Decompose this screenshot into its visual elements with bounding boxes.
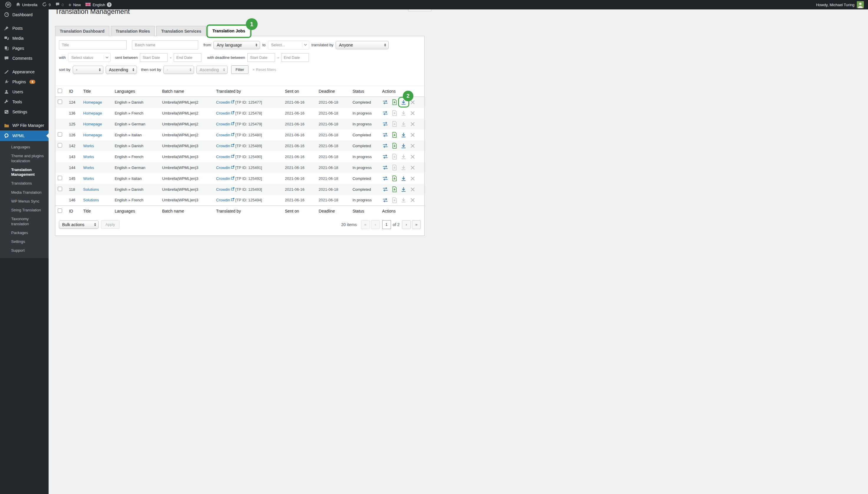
submenu-item-theme-and-plugins-localization[interactable]: Theme and plugins localization bbox=[0, 152, 49, 166]
sync-icon[interactable] bbox=[382, 186, 389, 192]
translation-service-link[interactable]: Crowdin bbox=[216, 144, 230, 148]
job-title-link[interactable]: Works bbox=[83, 155, 94, 159]
job-title-link[interactable]: Works bbox=[83, 144, 94, 148]
sync-icon[interactable] bbox=[382, 121, 389, 127]
download-icon[interactable] bbox=[400, 175, 407, 182]
sidebar-item-plugins[interactable]: Plugins4 bbox=[0, 77, 49, 87]
sidebar-item-tools[interactable]: Tools bbox=[0, 97, 49, 107]
sync-icon[interactable] bbox=[382, 164, 389, 171]
cancel-icon[interactable] bbox=[410, 121, 416, 127]
next-page-button[interactable]: › bbox=[402, 220, 411, 229]
export-file-icon[interactable] bbox=[391, 186, 398, 192]
apply-button[interactable]: Apply bbox=[101, 220, 119, 229]
site-name-menu[interactable]: Umbrella bbox=[14, 0, 40, 10]
submenu-item-packages[interactable]: Packages bbox=[0, 228, 49, 237]
cancel-icon[interactable] bbox=[410, 142, 416, 149]
new-content-menu[interactable]: + New bbox=[66, 0, 83, 10]
job-title-link[interactable]: Works bbox=[83, 176, 94, 181]
help-question-icon[interactable]: ? bbox=[107, 2, 112, 7]
translation-service-link[interactable]: Crowdin bbox=[216, 166, 230, 170]
submenu-item-taxonomy-translation[interactable]: Taxonomy translation bbox=[0, 215, 49, 228]
translation-service-link[interactable]: Crowdin bbox=[216, 122, 230, 126]
submenu-item-settings[interactable]: Settings bbox=[0, 237, 49, 246]
row-checkbox[interactable] bbox=[58, 187, 62, 191]
deadline-start-date-input[interactable] bbox=[247, 53, 275, 62]
from-language-select[interactable]: Any language bbox=[213, 41, 260, 49]
comments-menu[interactable]: 0 bbox=[53, 0, 66, 10]
job-title-link[interactable]: Works bbox=[83, 166, 94, 170]
submenu-item-translation-management[interactable]: Translation Management bbox=[0, 166, 49, 179]
sync-icon[interactable] bbox=[382, 110, 389, 116]
translation-service-link[interactable]: Crowdin bbox=[216, 111, 230, 115]
job-title-link[interactable]: Homepage bbox=[83, 122, 102, 126]
job-title-link[interactable]: Homepage bbox=[83, 111, 102, 115]
submenu-item-media-translation[interactable]: Media Translation bbox=[0, 188, 49, 197]
last-page-button[interactable]: » bbox=[412, 220, 421, 229]
sidebar-item-dashboard[interactable]: Dashboard bbox=[0, 10, 49, 20]
filter-button[interactable]: Filter bbox=[231, 65, 248, 74]
sidebar-item-media[interactable]: Media bbox=[0, 33, 49, 43]
translation-service-link[interactable]: Crowdin bbox=[216, 100, 230, 104]
tab-translation-services[interactable]: Translation Services bbox=[156, 26, 206, 36]
job-title-link[interactable]: Homepage bbox=[83, 133, 102, 137]
translation-service-link[interactable]: Crowdin bbox=[216, 198, 230, 202]
sent-end-date-input[interactable] bbox=[174, 53, 202, 62]
status-select[interactable]: Select status bbox=[68, 53, 111, 62]
submenu-item-support[interactable]: Support bbox=[0, 246, 49, 247]
sidebar-item-settings[interactable]: Settings bbox=[0, 107, 49, 117]
translation-service-link[interactable]: Crowdin bbox=[216, 155, 230, 159]
submenu-item-string-translation[interactable]: String Translation bbox=[0, 206, 49, 215]
tab-translation-jobs[interactable]: Translation Jobs1 bbox=[208, 25, 250, 36]
row-checkbox[interactable] bbox=[58, 99, 62, 104]
row-checkbox[interactable] bbox=[58, 176, 62, 180]
cancel-icon[interactable] bbox=[410, 153, 416, 160]
current-page-input[interactable] bbox=[382, 220, 391, 229]
sync-icon[interactable] bbox=[382, 99, 389, 106]
cancel-icon[interactable] bbox=[410, 197, 416, 204]
translation-service-link[interactable]: Crowdin bbox=[216, 187, 230, 192]
submenu-item-translations[interactable]: Translations bbox=[0, 179, 49, 188]
download-icon[interactable] bbox=[400, 142, 407, 149]
sidebar-item-wp-file-manager[interactable]: WP File Manager bbox=[0, 120, 49, 130]
cancel-icon[interactable] bbox=[410, 164, 416, 171]
sidebar-item-wpml[interactable]: WPML bbox=[0, 130, 49, 141]
sidebar-item-appearance[interactable]: Appearance bbox=[0, 67, 49, 77]
sidebar-item-posts[interactable]: Posts bbox=[0, 23, 49, 33]
submenu-item-wp-menus-sync[interactable]: WP Menus Sync bbox=[0, 197, 49, 206]
sync-icon[interactable] bbox=[382, 142, 389, 149]
translation-service-link[interactable]: Crowdin bbox=[216, 176, 230, 181]
tab-translation-dashboard[interactable]: Translation Dashboard bbox=[55, 26, 109, 36]
sort-order-select[interactable]: Ascending bbox=[106, 65, 137, 74]
cancel-icon[interactable] bbox=[410, 132, 416, 138]
download-icon[interactable] bbox=[400, 186, 407, 192]
download-icon[interactable] bbox=[400, 132, 407, 138]
sync-icon[interactable] bbox=[382, 132, 389, 138]
row-checkbox[interactable] bbox=[58, 132, 62, 137]
sent-start-date-input[interactable] bbox=[140, 53, 168, 62]
job-title-link[interactable]: Solutions bbox=[83, 198, 99, 202]
deadline-end-date-input[interactable] bbox=[281, 53, 309, 62]
language-switcher-menu[interactable]: English ? bbox=[83, 0, 114, 10]
wordpress-logo-menu[interactable]: W bbox=[3, 0, 14, 10]
export-file-icon[interactable] bbox=[391, 99, 398, 106]
submenu-item-languages[interactable]: Languages bbox=[0, 143, 49, 152]
batch-name-filter-input[interactable] bbox=[132, 40, 198, 50]
reset-filters-link[interactable]: × Reset filters bbox=[252, 68, 276, 72]
translation-service-link[interactable]: Crowdin bbox=[216, 133, 230, 137]
cancel-icon[interactable] bbox=[410, 99, 416, 106]
sync-icon[interactable] bbox=[382, 197, 389, 204]
sidebar-item-comments[interactable]: Comments bbox=[0, 53, 49, 63]
sync-icon[interactable] bbox=[382, 175, 389, 182]
select-all-checkbox[interactable] bbox=[58, 89, 62, 93]
to-language-select[interactable]: Select... bbox=[268, 41, 309, 50]
export-file-icon[interactable] bbox=[391, 132, 398, 138]
tab-translation-roles[interactable]: Translation Roles bbox=[111, 26, 155, 36]
sidebar-item-pages[interactable]: Pages bbox=[0, 43, 49, 53]
row-checkbox[interactable] bbox=[58, 143, 62, 148]
select-all-checkbox[interactable] bbox=[58, 208, 62, 213]
title-filter-input[interactable] bbox=[59, 40, 127, 50]
cancel-icon[interactable] bbox=[410, 175, 416, 182]
job-title-link[interactable]: Solutions bbox=[83, 187, 99, 192]
job-title-link[interactable]: Homepage bbox=[83, 100, 102, 104]
bulk-actions-select[interactable]: Bulk actions bbox=[59, 221, 99, 229]
